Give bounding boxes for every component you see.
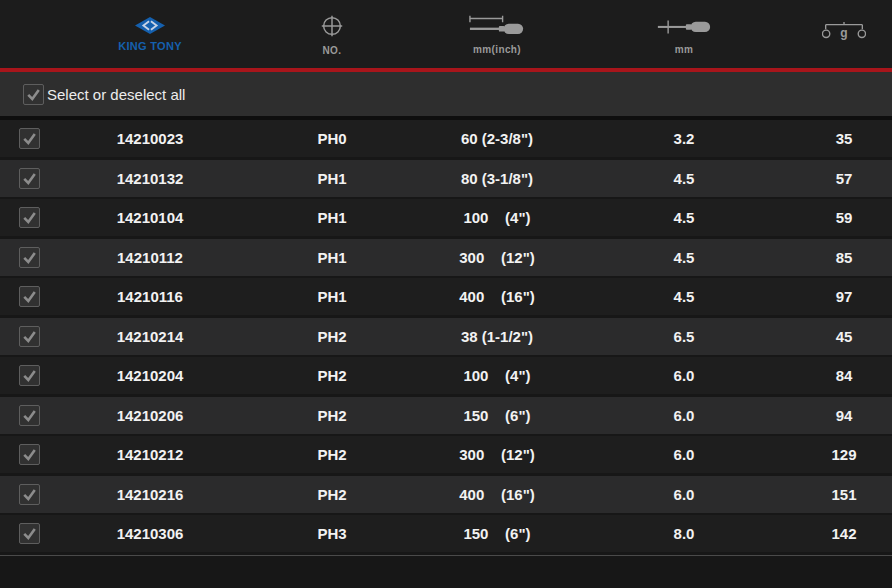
tip-size-cell: PH3 (242, 525, 422, 542)
length-cell: 150 (6") (422, 407, 572, 424)
table-row[interactable]: 14210204 PH2 100 (4") 6.0 84 (0, 357, 892, 394)
table-row[interactable]: 14210132 PH1 80 (3-1/8") 4.5 57 (0, 160, 892, 197)
diameter-cell: 6.0 (572, 407, 796, 424)
checkmark-icon (21, 525, 38, 542)
diameter-cell: 6.0 (572, 446, 796, 463)
row-checkbox[interactable] (19, 247, 40, 268)
diameter-cell: 6.5 (572, 328, 796, 345)
phillips-circle-icon (319, 13, 345, 43)
part-number-cell: 14210112 (58, 249, 242, 266)
row-checkbox[interactable] (19, 365, 40, 386)
length-cell: 100 (4") (422, 209, 572, 226)
weight-cell: 129 (796, 446, 892, 463)
header-label-length: mm(inch) (473, 44, 521, 55)
length-cell: 150 (6") (422, 525, 572, 542)
king-tony-logo-icon (135, 17, 165, 38)
screwdriver-diameter-icon (656, 14, 712, 42)
row-checkbox[interactable] (19, 168, 40, 189)
row-checkbox[interactable] (19, 523, 40, 544)
checkmark-icon (25, 86, 42, 103)
checkmark-icon (21, 209, 38, 226)
length-cell: 80 (3-1/8") (422, 170, 572, 187)
brand-name: KING TONY (118, 40, 182, 52)
checkmark-icon (21, 367, 38, 384)
length-cell: 300 (12") (422, 249, 572, 266)
header-col-weight: g (796, 19, 892, 49)
weight-cell: 84 (796, 367, 892, 384)
header-label-part-no: NO. (323, 45, 342, 56)
length-cell: 100 (4") (422, 367, 572, 384)
screwdriver-length-icon (469, 14, 525, 42)
length-cell: 400 (16") (422, 288, 572, 305)
weight-cell: 151 (796, 486, 892, 503)
table-end-divider (0, 555, 892, 556)
checkmark-icon (21, 130, 38, 147)
tip-size-cell: PH1 (242, 209, 422, 226)
part-number-cell: 14210216 (58, 486, 242, 503)
weight-cell: 94 (796, 407, 892, 424)
product-table-panel: KING TONY NO. (0, 0, 892, 588)
diameter-cell: 6.0 (572, 486, 796, 503)
tip-size-cell: PH1 (242, 288, 422, 305)
row-checkbox[interactable] (19, 326, 40, 347)
header-label-weight: g (822, 26, 866, 40)
part-number-cell: 14210116 (58, 288, 242, 305)
row-checkbox[interactable] (19, 286, 40, 307)
part-number-cell: 14210212 (58, 446, 242, 463)
part-number-cell: 14210132 (58, 170, 242, 187)
checkmark-icon (21, 407, 38, 424)
table-row[interactable]: 14210216 PH2 400 (16") 6.0 151 (0, 476, 892, 513)
diameter-cell: 3.2 (572, 130, 796, 147)
diameter-cell: 4.5 (572, 170, 796, 187)
part-number-cell: 14210104 (58, 209, 242, 226)
tip-size-cell: PH2 (242, 486, 422, 503)
length-cell: 60 (2-3/8") (422, 130, 572, 147)
header-col-length: mm(inch) (422, 14, 572, 55)
part-number-cell: 14210204 (58, 367, 242, 384)
table-row[interactable]: 14210212 PH2 300 (12") 6.0 129 (0, 436, 892, 473)
diameter-cell: 4.5 (572, 249, 796, 266)
tip-size-cell: PH2 (242, 407, 422, 424)
select-all-label: Select or deselect all (47, 86, 185, 103)
checkmark-icon (21, 170, 38, 187)
table-row[interactable]: 14210214 PH2 38 (1-1/2") 6.5 45 (0, 318, 892, 355)
checkmark-icon (21, 486, 38, 503)
tip-size-cell: PH0 (242, 130, 422, 147)
table-row[interactable]: 14210112 PH1 300 (12") 4.5 85 (0, 239, 892, 276)
select-all-checkbox[interactable] (23, 84, 44, 105)
table-row[interactable]: 14210104 PH1 100 (4") 4.5 59 (0, 199, 892, 236)
checkmark-icon (21, 288, 38, 305)
weight-cell: 57 (796, 170, 892, 187)
tip-size-cell: PH1 (242, 170, 422, 187)
table-row[interactable]: 14210116 PH1 400 (16") 4.5 97 (0, 278, 892, 315)
row-checkbox[interactable] (19, 444, 40, 465)
part-number-cell: 14210306 (58, 525, 242, 542)
length-cell: 38 (1-1/2") (422, 328, 572, 345)
part-number-cell: 14210214 (58, 328, 242, 345)
row-checkbox[interactable] (19, 128, 40, 149)
row-checkbox[interactable] (19, 405, 40, 426)
header-label-diameter: mm (675, 44, 694, 55)
row-checkbox[interactable] (19, 484, 40, 505)
checkmark-icon (21, 446, 38, 463)
diameter-cell: 6.0 (572, 367, 796, 384)
table-row[interactable]: 14210023 PH0 60 (2-3/8") 3.2 35 (0, 120, 892, 157)
diameter-cell: 4.5 (572, 209, 796, 226)
part-number-cell: 14210206 (58, 407, 242, 424)
row-checkbox[interactable] (19, 207, 40, 228)
tip-size-cell: PH2 (242, 446, 422, 463)
weight-cell: 59 (796, 209, 892, 226)
header-col-diameter: mm (572, 14, 796, 55)
tip-size-cell: PH1 (242, 249, 422, 266)
part-number-cell: 14210023 (58, 130, 242, 147)
weight-cell: 97 (796, 288, 892, 305)
table-header: KING TONY NO. (0, 0, 892, 68)
weight-cell: 45 (796, 328, 892, 345)
weight-cell: 142 (796, 525, 892, 542)
weight-cell: 35 (796, 130, 892, 147)
scale-icon: g (822, 19, 866, 49)
checkmark-icon (21, 328, 38, 345)
header-col-part-no: NO. (242, 13, 422, 56)
table-row[interactable]: 14210306 PH3 150 (6") 8.0 142 (0, 515, 892, 552)
table-row[interactable]: 14210206 PH2 150 (6") 6.0 94 (0, 397, 892, 434)
